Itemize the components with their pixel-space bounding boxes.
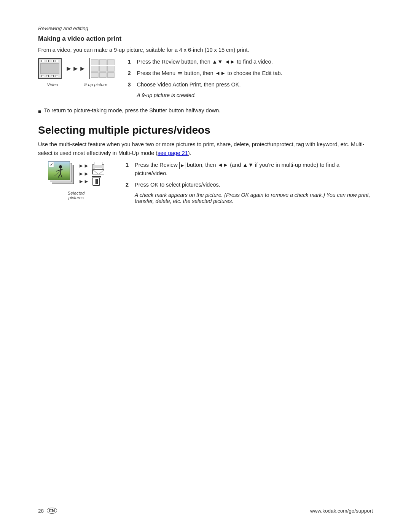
ms-step-num-1: 1 <box>126 161 132 169</box>
ms-italic-note: A check mark appears on the picture. (Pr… <box>135 192 373 204</box>
footer-left: 28 EN <box>38 508 57 514</box>
film-holes-top <box>39 59 61 63</box>
film-hole <box>46 75 49 77</box>
ms-step-2: 2 Press OK to select pictures/videos. <box>126 181 373 189</box>
step-text-3: Choose Video Action Print, then press OK… <box>137 81 373 89</box>
trash-line <box>97 179 98 184</box>
trash-lid <box>92 176 101 177</box>
svg-rect-8 <box>92 169 104 174</box>
print-icon <box>92 161 104 168</box>
selected-pics-stack: ✓ <box>48 161 75 186</box>
footer-website: www.kodak.com/go/support <box>310 508 373 514</box>
ms-step-text-2: Press OK to select pictures/videos. <box>135 181 373 189</box>
email-icon <box>92 169 104 174</box>
film-holes-bottom <box>39 74 61 78</box>
film-hole <box>56 75 58 77</box>
trash-icon <box>92 176 100 186</box>
section-divider <box>38 23 373 23</box>
nine-up-cell <box>91 66 98 72</box>
step-num-2: 2 <box>127 69 134 78</box>
step-text-2: Press the Menu button, then ◄► to choose… <box>137 69 373 78</box>
film-hole <box>46 60 49 62</box>
selected-label: Selected pictures <box>68 191 85 200</box>
ms-step-1: 1 Press the Review ▶ button, then ◄► (an… <box>126 161 373 178</box>
nine-up-cell <box>99 59 107 65</box>
arrow-print: ►► <box>78 163 89 169</box>
trash-body <box>92 178 100 186</box>
step-3: 3 Choose Video Action Print, then press … <box>127 81 373 89</box>
selected-pics-illustration: ✓ ►► ►► ►► <box>38 161 114 200</box>
main-section-intro: Use the multi-select feature when you ha… <box>38 140 373 157</box>
step-text-1: Press the Review button, then ▲▼ ◄► to f… <box>137 58 373 66</box>
multiselect-steps: 1 Press the Review ▶ button, then ◄► (an… <box>126 161 373 206</box>
arrow-icon: ►►► <box>65 65 86 73</box>
nine-up-cell <box>99 66 107 72</box>
video-illustration-area: ►►► Video 9-up picture <box>38 58 116 87</box>
nine-up-cell <box>107 59 115 65</box>
see-page-link[interactable]: see page 21 <box>158 150 188 156</box>
film-hole <box>41 75 44 77</box>
step-1: 1 Press the Review button, then ▲▼ ◄► to… <box>127 58 373 66</box>
video-action-content: ►►► Video 9-up picture <box>38 58 373 100</box>
nine-up-cell <box>91 72 98 78</box>
svg-point-1 <box>59 165 62 168</box>
selected-pics-row: ✓ ►► ►► ►► <box>48 161 104 186</box>
subsection-intro: From a video, you can make a 9-up pictur… <box>38 46 373 54</box>
nine-up-cell <box>99 72 107 78</box>
film-frame <box>40 63 59 74</box>
footer: 28 EN www.kodak.com/go/support <box>38 508 373 514</box>
printer-top <box>94 162 102 165</box>
video-film-icon <box>38 58 62 79</box>
trash-line <box>96 179 97 184</box>
step-2: 2 Press the Menu button, then ◄► to choo… <box>127 69 373 78</box>
film-hole <box>56 60 58 62</box>
bullet-item: ■ To return to picture-taking mode, pres… <box>38 107 373 115</box>
step-num-1: 1 <box>127 58 134 66</box>
checkmark-icon: ✓ <box>49 162 54 167</box>
film-hole <box>41 60 44 62</box>
nineup-caption: 9-up picture <box>84 82 107 87</box>
trash-line <box>95 179 96 184</box>
subsection-italic-note: A 9-up picture is created. <box>137 92 373 98</box>
step-num-3: 3 <box>127 81 134 89</box>
review-btn-icon: ▶ <box>179 162 185 169</box>
bullet-icon: ■ <box>38 108 41 115</box>
video-caption: Video <box>47 82 58 87</box>
ms-step-text-1: Press the Review ▶ button, then ◄► (and … <box>135 161 373 178</box>
menu-icon <box>178 72 182 75</box>
nine-up-cell <box>107 72 115 78</box>
en-badge: EN <box>47 508 57 514</box>
nine-up-grid-icon <box>89 58 116 79</box>
arrow-email: ►► <box>78 171 89 177</box>
ms-step-num-2: 2 <box>126 181 132 189</box>
film-hole <box>51 75 54 77</box>
section-label: Reviewing and editing <box>38 26 373 31</box>
multiselect-content: ✓ ►► ►► ►► <box>38 161 373 206</box>
video-steps: 1 Press the Review button, then ▲▼ ◄► to… <box>127 58 373 100</box>
main-section-title: Selecting multiple pictures/videos <box>38 124 373 136</box>
arrow-sequence: ►►► <box>65 65 86 73</box>
subsection-title: Making a video action print <box>38 35 373 43</box>
nine-up-cell <box>91 59 98 65</box>
page-number: 28 <box>38 508 44 514</box>
email-svg <box>92 169 104 174</box>
bullet-text: To return to picture-taking mode, press … <box>44 107 220 115</box>
arrow-trash: ►► <box>78 178 89 184</box>
action-icons-col <box>92 161 104 186</box>
pic-card-top: ✓ <box>48 161 70 180</box>
nine-up-cell <box>107 66 115 72</box>
arrows-col: ►► ►► ►► <box>78 161 89 186</box>
film-hole <box>51 60 54 62</box>
